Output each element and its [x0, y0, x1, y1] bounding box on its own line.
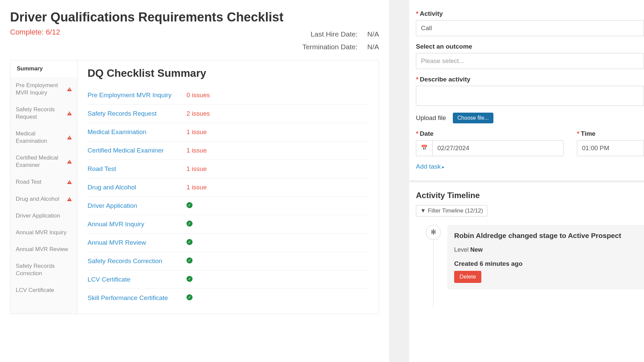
sidebar-item-11[interactable]: LCV Certificate [10, 282, 77, 299]
sidebar-item-7[interactable]: Driver Application [10, 207, 77, 224]
warning-icon [67, 180, 72, 184]
checklist-status: 1 issue [186, 165, 207, 173]
checklist-status: 0 issues [186, 92, 210, 99]
sidebar-item-label: Safety Records Correction [16, 262, 72, 277]
checklist-status: ✓ [186, 239, 193, 246]
timeline-line [433, 240, 434, 307]
checklist-item-link[interactable]: Drug and Alcohol [88, 184, 186, 191]
checklist-item-link[interactable]: Safety Records Request [88, 110, 186, 117]
sidebar-item-label: Annual MVR Inquiry [16, 229, 72, 236]
checklist-item-link[interactable]: Safety Records Correction [88, 257, 186, 265]
page-title: Driver Qualifications Requirements Check… [10, 10, 389, 24]
filter-label: Filter Timeline (12/12) [428, 207, 483, 214]
checklist-status: ✓ [186, 202, 193, 209]
check-icon: ✓ [186, 239, 193, 245]
warning-icon [67, 87, 72, 91]
time-input[interactable]: 01:00 PM [577, 140, 644, 156]
checklist-item-link[interactable]: LCV Certificate [88, 276, 186, 283]
checklist-row: Drug and Alcohol1 issue [88, 178, 369, 197]
sidebar-item-0[interactable]: Summary [10, 60, 77, 77]
termination-value: N/A [364, 41, 379, 53]
sidebar-item-3[interactable]: Medical Examination [10, 125, 77, 149]
checklist-item-link[interactable]: Driver Application [88, 202, 186, 209]
sidebar-item-label: Pre Employment MVR Inquiry [16, 82, 64, 97]
sidebar-item-9[interactable]: Annual MVR Review [10, 241, 77, 258]
checklist-row: Medical Examination1 issue [88, 123, 369, 141]
warning-icon [67, 160, 72, 164]
sidebar-item-6[interactable]: Drug and Alcohol [10, 191, 77, 207]
check-icon: ✓ [186, 257, 193, 263]
timeline-card: Robin Aldredge changed stage to Active P… [447, 225, 644, 290]
sidebar-item-label: Certified Medical Examiner [16, 154, 64, 169]
time-label: *Time [577, 130, 644, 137]
checklist-item-link[interactable]: Medical Examination [88, 128, 186, 136]
upload-label: Upload file [416, 114, 446, 122]
describe-textarea[interactable] [416, 86, 644, 106]
sidebar-item-10[interactable]: Safety Records Correction [10, 258, 77, 282]
calendar-icon[interactable]: 📅 [416, 140, 432, 156]
sidebar-item-label: Road Test [16, 178, 64, 186]
divider [409, 180, 644, 182]
sidebar-item-2[interactable]: Safety Records Request [10, 101, 77, 125]
sidebar-item-1[interactable]: Pre Employment MVR Inquiry [10, 77, 77, 101]
delete-button[interactable]: Delete [454, 271, 481, 283]
complete-status: Complete: 6/12 [10, 28, 60, 37]
add-task-link[interactable]: Add task [416, 163, 444, 170]
checklist-status: 2 issues [186, 110, 210, 117]
sidebar-item-4[interactable]: Certified Medical Examiner [10, 149, 77, 174]
checklist-row: Certified Medical Examiner1 issue [88, 141, 369, 160]
choose-file-button[interactable]: Choose file... [453, 113, 493, 123]
check-icon: ✓ [186, 294, 193, 300]
checklist-status: ✓ [186, 257, 193, 265]
checklist-item-link[interactable]: Pre Employment MVR Inquiry [88, 92, 186, 99]
timeline-event-title: Robin Aldredge changed stage to Active P… [454, 232, 637, 240]
sidebar-item-5[interactable]: Road Test [10, 174, 77, 190]
date-input[interactable]: 02/27/2024 [432, 140, 564, 156]
checklist-row: Driver Application✓ [88, 197, 369, 215]
checklist-row: Annual MVR Inquiry✓ [88, 215, 369, 234]
checklist-status: 1 issue [186, 147, 207, 154]
sidebar-item-label: Driver Application [16, 212, 72, 220]
checklist-item-link[interactable]: Road Test [88, 165, 186, 173]
checklist-status: 1 issue [186, 184, 207, 191]
checklist-row: Safety Records Request2 issues [88, 105, 369, 123]
checklist-row: LCV Certificate✓ [88, 270, 369, 289]
checklist-row: Safety Records Correction✓ [88, 252, 369, 270]
checklist-row: Skill Performance Certificate✓ [88, 289, 369, 307]
checklist-status: ✓ [186, 294, 193, 302]
sidebar-item-label: Annual MVR Review [16, 246, 72, 253]
sidebar-item-label: Safety Records Request [16, 106, 64, 121]
warning-icon [67, 197, 72, 201]
warning-icon [67, 135, 72, 139]
outcome-select[interactable]: Please select... [416, 53, 644, 69]
checklist-row: Annual MVR Review✓ [88, 234, 369, 252]
activity-label: *Activity [416, 10, 644, 17]
check-icon: ✓ [186, 276, 193, 282]
check-icon: ✓ [186, 221, 193, 227]
summary-title: DQ Checklist Summary [88, 67, 369, 79]
checklist-status: ✓ [186, 276, 193, 283]
date-label: *Date [416, 130, 564, 137]
timeline-level: Level New [454, 246, 637, 253]
timeline-marker-icon: ✱ [426, 225, 441, 240]
dates-block: Last Hire Date: N/A Termination Date: N/… [302, 28, 379, 53]
checklist-item-link[interactable]: Certified Medical Examiner [88, 147, 186, 154]
checklist-row: Road Test1 issue [88, 160, 369, 178]
timeline-title: Activity Timeline [416, 191, 644, 200]
last-hire-label: Last Hire Date: [311, 28, 358, 41]
sidebar-item-8[interactable]: Annual MVR Inquiry [10, 224, 77, 241]
activity-select[interactable]: Call [416, 20, 644, 36]
filter-timeline-button[interactable]: ▼ Filter Timeline (12/12) [416, 205, 487, 217]
describe-label: *Describe activity [416, 76, 644, 83]
checklist-item-link[interactable]: Annual MVR Review [88, 239, 186, 246]
checklist-item-link[interactable]: Skill Performance Certificate [88, 294, 186, 302]
sidebar-item-label: LCV Certificate [16, 287, 72, 294]
sidebar-item-label: Summary [17, 65, 72, 72]
termination-label: Termination Date: [302, 41, 358, 53]
sidebar-item-label: Drug and Alcohol [16, 195, 64, 203]
filter-icon: ▼ [420, 207, 426, 214]
checklist-item-link[interactable]: Annual MVR Inquiry [88, 221, 186, 228]
checklist-status: 1 issue [186, 128, 207, 136]
checklist-status: ✓ [186, 221, 193, 228]
checklist-table: Pre Employment MVR Inquiry0 issuesSafety… [88, 86, 369, 307]
